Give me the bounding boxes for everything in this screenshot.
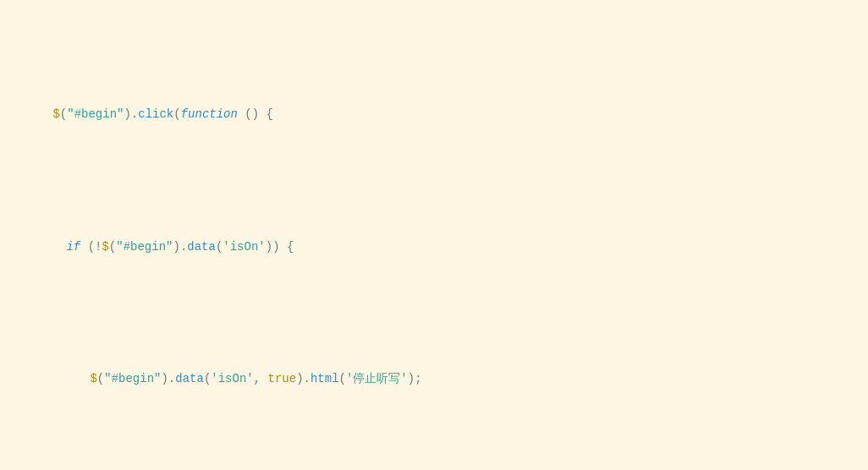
code-line-3: $("#begin").data('isOn', true).html('停止听… bbox=[0, 351, 868, 407]
code-line-2: if (!$("#begin").data('isOn')) { bbox=[0, 218, 868, 275]
code-line-1: $("#begin").click(function () { bbox=[0, 86, 868, 143]
token-dollar: $ bbox=[52, 107, 59, 121]
code-editor: $("#begin").click(function () { if (!$("… bbox=[0, 7, 868, 470]
